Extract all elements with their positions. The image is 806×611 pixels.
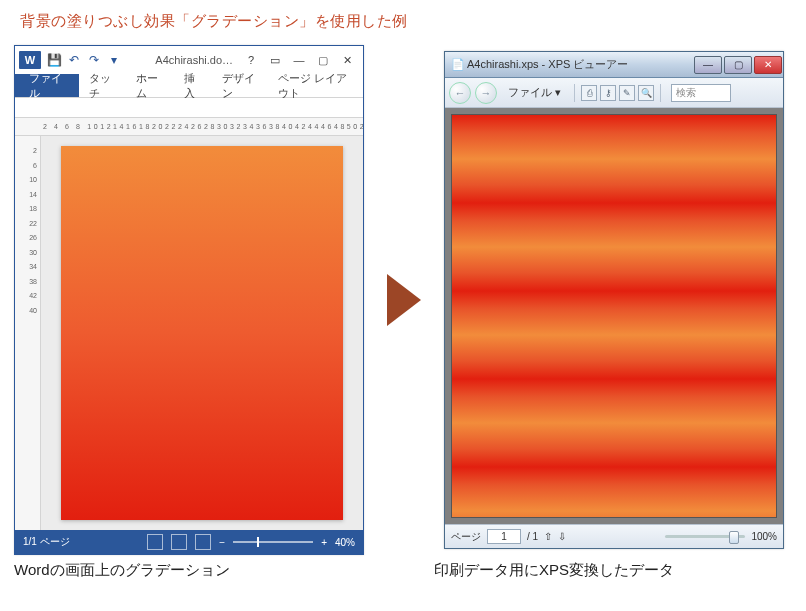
word-statusbar: 1/1 ページ − + 40% [15, 530, 363, 554]
ribbon-display-button[interactable]: ▭ [263, 48, 287, 72]
page-title: 背景の塗りつぶし効果「グラデーション」を使用した例 [0, 0, 806, 45]
zoom-percent[interactable]: 40% [335, 537, 355, 548]
gradient-page [61, 146, 343, 520]
permissions-icon[interactable]: ⚷ [600, 85, 616, 101]
horizontal-ruler: 2 4 6 8 10121416182022242628303234363840… [15, 118, 363, 136]
tab-design[interactable]: デザイン [212, 74, 268, 97]
tab-insert[interactable]: 挿入 [174, 74, 212, 97]
page-up-button[interactable]: ⇧ [544, 531, 552, 542]
tab-file[interactable]: ファイル [15, 74, 79, 97]
arrow-right-icon [387, 274, 421, 326]
xps-window-title: A4chirashi.xps - XPS ビューアー [465, 57, 693, 72]
ribbon-tabs: ファイル タッチ ホーム 挿入 デザイン ページ レイアウト [15, 74, 363, 98]
zoom-out-button[interactable]: − [219, 537, 225, 548]
xps-app-icon: 📄 [451, 58, 465, 71]
vertical-ruler: 2 6 10 14 18 22 26 30 34 38 42 40 [15, 136, 41, 530]
close-button[interactable]: ✕ [754, 56, 782, 74]
zoom-percent[interactable]: 100% [751, 531, 777, 542]
print-layout-icon[interactable] [171, 534, 187, 550]
nav-back-button[interactable]: ← [449, 82, 471, 104]
xps-statusbar: ページ 1 / 1 ⇧ ⇩ 100% [445, 524, 783, 548]
ribbon-strip [15, 98, 363, 118]
file-menu[interactable]: ファイル ▾ [501, 82, 568, 103]
signatures-icon[interactable]: ✎ [619, 85, 635, 101]
redo-icon[interactable]: ↷ [87, 53, 101, 67]
qat-customize-icon[interactable]: ▾ [107, 53, 121, 67]
zoom-slider[interactable] [233, 541, 313, 543]
page-number-input[interactable]: 1 [487, 529, 521, 544]
xps-banded-gradient-page [451, 114, 777, 518]
chevron-down-icon: ▾ [555, 86, 561, 98]
restore-button[interactable]: ▢ [311, 48, 335, 72]
save-icon[interactable]: 💾 [47, 53, 61, 67]
xps-titlebar: 📄 A4chirashi.xps - XPS ビューアー — ▢ ✕ [445, 52, 783, 78]
tab-page-layout[interactable]: ページ レイアウト [268, 74, 363, 97]
page-total: / 1 [527, 531, 538, 542]
print-icon[interactable]: ⎙ [581, 85, 597, 101]
help-button[interactable]: ? [239, 48, 263, 72]
close-button[interactable]: ✕ [335, 48, 359, 72]
caption-xps: 印刷データ用にXPS変換したデータ [434, 561, 674, 580]
document-title: A4chirashi.do… [155, 54, 239, 66]
maximize-button[interactable]: ▢ [724, 56, 752, 74]
word-logo-icon: W [19, 51, 41, 69]
search-input[interactable]: 検索 [671, 84, 731, 102]
word-window: W 💾 ↶ ↷ ▾ A4chirashi.do… ? ▭ — ▢ ✕ ファイル … [14, 45, 364, 555]
zoom-slider[interactable] [665, 535, 745, 538]
zoom-in-button[interactable]: + [321, 537, 327, 548]
nav-forward-button[interactable]: → [475, 82, 497, 104]
xps-canvas[interactable] [445, 108, 783, 524]
minimize-button[interactable]: — [694, 56, 722, 74]
page-down-button[interactable]: ⇩ [558, 531, 566, 542]
tab-touch[interactable]: タッチ [79, 74, 126, 97]
minimize-button[interactable]: — [287, 48, 311, 72]
tab-home[interactable]: ホーム [126, 74, 173, 97]
read-mode-icon[interactable] [147, 534, 163, 550]
page-label: ページ [451, 530, 481, 544]
caption-word: Wordの画面上のグラデーション [14, 561, 434, 580]
web-layout-icon[interactable] [195, 534, 211, 550]
xps-viewer-window: 📄 A4chirashi.xps - XPS ビューアー — ▢ ✕ ← → フ… [444, 51, 784, 549]
zoom-icon[interactable]: 🔍 [638, 85, 654, 101]
word-canvas[interactable] [41, 136, 363, 530]
xps-toolbar: ← → ファイル ▾ ⎙ ⚷ ✎ 🔍 検索 [445, 78, 783, 108]
page-indicator[interactable]: 1/1 ページ [23, 535, 70, 549]
undo-icon[interactable]: ↶ [67, 53, 81, 67]
